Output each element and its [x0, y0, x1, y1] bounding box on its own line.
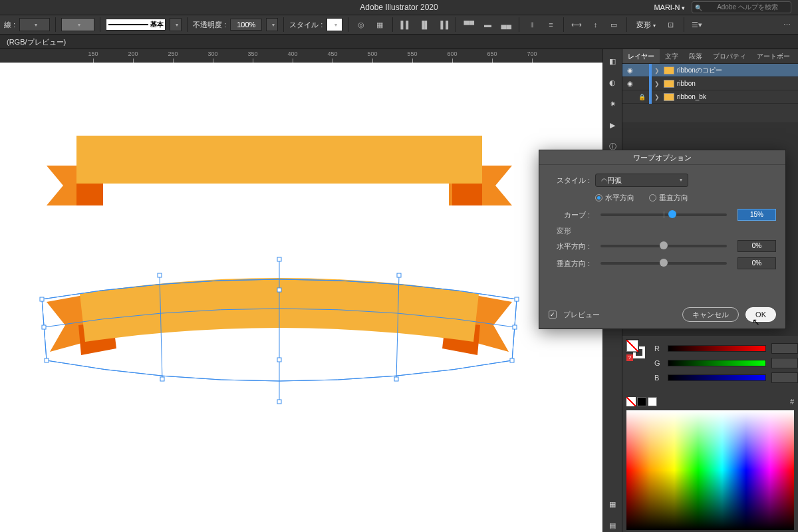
orient-vertical-radio[interactable]: 垂直方向 [649, 193, 688, 203]
g-value[interactable] [771, 358, 798, 368]
ruler-tick: 400 [283, 51, 303, 57]
dist-v-icon[interactable]: ≡ [543, 17, 558, 32]
help-search[interactable]: Adobe ヘルプを検索 [692, 1, 791, 13]
orient-horizontal-radio[interactable]: 水平方向 [595, 193, 634, 203]
dist-spacing-v-icon[interactable]: ↕ [588, 17, 602, 32]
layer-row[interactable]: 🔒❯ribbon_bk [622, 90, 798, 104]
none-color-icon[interactable] [626, 397, 636, 406]
channel-g-row: G [622, 356, 798, 370]
curve-value[interactable]: 15% [737, 209, 776, 221]
actions-panel-icon[interactable]: ▶ [606, 118, 619, 132]
svg-rect-20 [160, 377, 164, 381]
svg-marker-3 [479, 166, 512, 205]
canvas[interactable] [0, 63, 602, 532]
svg-rect-10 [515, 297, 519, 301]
align-hcenter-icon[interactable]: ▐▌ [417, 17, 432, 32]
svg-rect-14 [45, 358, 49, 362]
hdist-value[interactable]: 0% [737, 240, 776, 252]
brushes-panel-icon[interactable]: ▤ [606, 519, 619, 532]
dialog-title: ワープオプション [539, 150, 785, 165]
fill-stroke-indicator[interactable]: ? [626, 340, 645, 358]
doc-setup-icon[interactable]: ◎ [354, 17, 368, 32]
vdist-label: 垂直方向 : [549, 259, 590, 269]
color-spectrum[interactable] [626, 410, 794, 530]
b-value[interactable] [771, 372, 798, 383]
warp-style-dropdown[interactable]: 円弧 [595, 174, 688, 187]
layer-thumbnail [664, 66, 674, 74]
align-to-icon[interactable]: ▭ [606, 17, 621, 32]
artwork [0, 63, 602, 532]
ruler-tick: 700 [522, 51, 542, 57]
document-tab[interactable]: (RGB/プレビュー) [3, 35, 70, 49]
stroke-profile[interactable]: 基本 [106, 19, 166, 31]
r-slider[interactable] [668, 345, 766, 352]
warp-options-dialog: ワープオプション スタイル : 円弧 水平方向 垂直方向 カーブ : 15% 変… [539, 150, 786, 329]
visibility-icon[interactable]: ◉ [625, 80, 634, 87]
prefs-icon[interactable]: ▦ [372, 17, 387, 32]
transform-menu[interactable]: 変形 [632, 17, 659, 32]
layer-row[interactable]: ◉❯ribbon [622, 77, 798, 90]
tab-properties[interactable]: プロパティ [708, 49, 751, 63]
layer-name[interactable]: ribbon [677, 80, 795, 87]
layer-name[interactable]: ribbon_bk [677, 93, 795, 100]
tab-character[interactable]: 文字 [660, 49, 684, 63]
align-bottom-icon[interactable]: ▄▄ [499, 17, 513, 32]
dist-spacing-h-icon[interactable]: ⟷ [569, 17, 584, 32]
tab-layers[interactable]: レイヤー [622, 49, 660, 63]
ruler-tick: 150 [83, 51, 103, 57]
layer-name[interactable]: ribbonのコピー [677, 66, 795, 75]
dist-h-icon[interactable]: ⫴ [525, 17, 539, 32]
arrange-icon[interactable]: ☰▾ [690, 17, 704, 32]
opacity-dropdown[interactable] [266, 18, 278, 31]
stroke-color-dropdown[interactable] [61, 18, 94, 31]
properties-panel-icon[interactable]: ◧ [606, 55, 619, 68]
expand-icon[interactable]: ❯ [654, 67, 661, 74]
layer-row[interactable]: ◉❯ribbonのコピー [622, 64, 798, 77]
white-swatch[interactable] [648, 397, 657, 406]
appearance-panel-icon[interactable]: ✷ [606, 97, 619, 110]
swatches-panel-icon[interactable]: ▦ [606, 497, 619, 511]
hdist-slider[interactable] [600, 245, 727, 247]
align-vcenter-icon[interactable]: ▬ [480, 17, 495, 32]
align-right-icon[interactable]: ▐▐ [436, 17, 450, 32]
align-top-icon[interactable]: ▀▀ [462, 17, 476, 32]
ruler-tick: 450 [323, 51, 342, 57]
app-title: Adobe Illustrator 2020 [360, 3, 438, 12]
r-value[interactable] [771, 343, 798, 354]
svg-marker-1 [76, 182, 103, 205]
more-options-icon[interactable]: ⋯ [779, 17, 794, 32]
align-left-icon[interactable]: ▌▌ [398, 17, 413, 32]
opacity-field[interactable]: 100% [230, 19, 262, 31]
b-slider[interactable] [668, 374, 766, 381]
style-swatch[interactable] [327, 18, 342, 31]
ruler-tick: 200 [123, 51, 143, 57]
stroke-weight-dropdown[interactable] [19, 18, 50, 31]
g-slider[interactable] [668, 360, 766, 366]
libraries-panel-icon[interactable]: ◐ [606, 76, 619, 89]
expand-icon[interactable]: ❯ [654, 94, 661, 100]
stroke-profile-dropdown[interactable] [170, 18, 182, 31]
svg-rect-18 [158, 273, 162, 277]
ruler-tick: 650 [482, 51, 502, 57]
vdist-slider[interactable] [600, 262, 727, 265]
svg-marker-4 [452, 182, 482, 205]
preview-checkbox[interactable] [549, 311, 557, 319]
layer-thumbnail [664, 80, 674, 88]
tab-artboards[interactable]: アートボー [751, 49, 795, 63]
lock-icon[interactable]: 🔒 [637, 94, 646, 100]
user-menu[interactable]: MARI-N [654, 0, 685, 15]
svg-rect-5 [76, 136, 482, 184]
visibility-icon[interactable]: ◉ [625, 66, 634, 74]
tab-paragraph[interactable]: 段落 [684, 49, 708, 63]
isolate-icon[interactable]: ⊡ [664, 17, 678, 32]
ok-button[interactable]: OK [745, 307, 776, 322]
cursor-icon: ↖ [752, 317, 760, 327]
layer-thumbnail [664, 93, 674, 101]
black-swatch[interactable] [637, 397, 646, 406]
document-tabs: (RGB/プレビュー) [0, 35, 798, 49]
layers-panel: レイヤー 文字 段落 プロパティ アートボー ◉❯ribbonのコピー◉❯rib… [622, 49, 798, 122]
vdist-value[interactable]: 0% [737, 257, 776, 269]
curve-slider[interactable] [600, 213, 727, 216]
cancel-button[interactable]: キャンセル [682, 307, 739, 322]
expand-icon[interactable]: ❯ [654, 80, 661, 87]
